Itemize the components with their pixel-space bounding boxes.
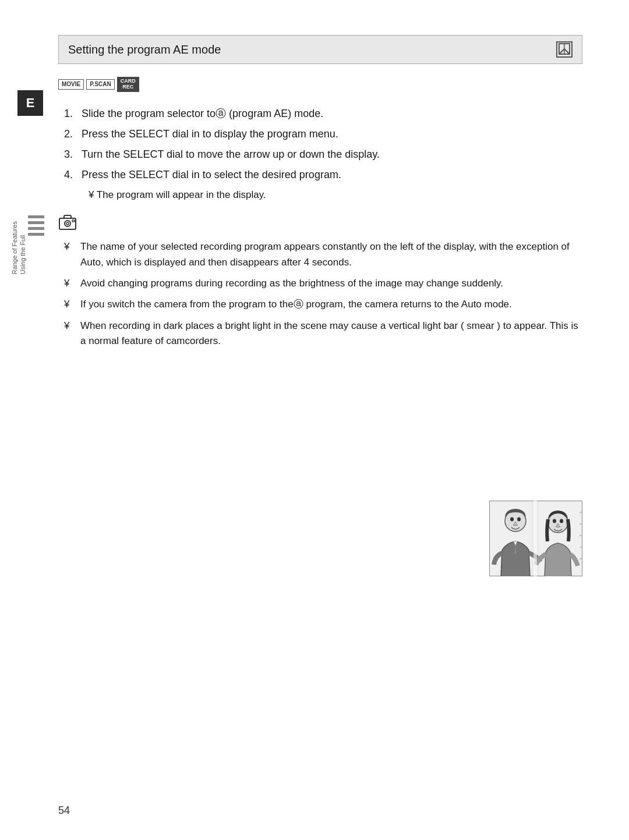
header-bar: Setting the program AE mode bbox=[58, 35, 582, 64]
svg-point-13 bbox=[553, 519, 556, 523]
note-4: ¥ When recording in dark places a bright… bbox=[64, 318, 582, 349]
svg-point-14 bbox=[560, 519, 563, 523]
sidebar-line-2 bbox=[28, 221, 44, 224]
camera-icon-box bbox=[58, 214, 582, 235]
illustration bbox=[489, 501, 582, 576]
smear-illustration bbox=[489, 501, 582, 576]
bookmark-icon bbox=[556, 41, 573, 58]
page-number: 54 bbox=[58, 804, 70, 817]
mode-badges: MOVIE P.SCAN CARDREC bbox=[58, 77, 582, 92]
sidebar-line-3 bbox=[28, 227, 44, 230]
sidebar-e-label: E bbox=[17, 90, 43, 116]
svg-point-3 bbox=[65, 221, 70, 226]
notes-section: ¥ The name of your selected recording pr… bbox=[64, 239, 582, 349]
header-title: Setting the program AE mode bbox=[68, 43, 221, 56]
svg-rect-15 bbox=[533, 501, 537, 576]
sidebar-line-4 bbox=[28, 233, 44, 236]
step-3: 3. Turn the SELECT dial to move the arro… bbox=[64, 147, 582, 162]
sidebar-text: Range of Features Using the Full bbox=[10, 221, 27, 274]
badge-pscan: P.SCAN bbox=[86, 79, 115, 90]
svg-point-4 bbox=[66, 222, 69, 225]
note-3: ¥ If you switch the camera from the prog… bbox=[64, 297, 582, 312]
svg-point-10 bbox=[510, 518, 514, 522]
step-1: 1. Slide the program selector toⓐ (progr… bbox=[64, 106, 582, 122]
sidebar-line-1 bbox=[28, 215, 44, 218]
svg-point-12 bbox=[548, 513, 568, 533]
badge-movie: MOVIE bbox=[58, 79, 84, 90]
badge-card-rec: CARDREC bbox=[117, 77, 139, 92]
steps-list: 1. Slide the program selector toⓐ (progr… bbox=[64, 106, 582, 203]
note-1: ¥ The name of your selected recording pr… bbox=[64, 239, 582, 270]
note-2: ¥ Avoid changing programs during recordi… bbox=[64, 276, 582, 291]
camera-icon bbox=[58, 214, 77, 231]
step-4: 4. Press the SELECT dial in to select th… bbox=[64, 167, 582, 183]
step-4-sub: ¥ The program will appear in the display… bbox=[89, 187, 582, 203]
svg-rect-5 bbox=[72, 220, 75, 222]
sidebar-lines bbox=[28, 215, 44, 236]
svg-point-11 bbox=[517, 518, 521, 522]
step-2: 2. Press the SELECT dial in to display t… bbox=[64, 126, 582, 142]
page-container: E Range of Features Using the Full Setti… bbox=[0, 0, 629, 840]
